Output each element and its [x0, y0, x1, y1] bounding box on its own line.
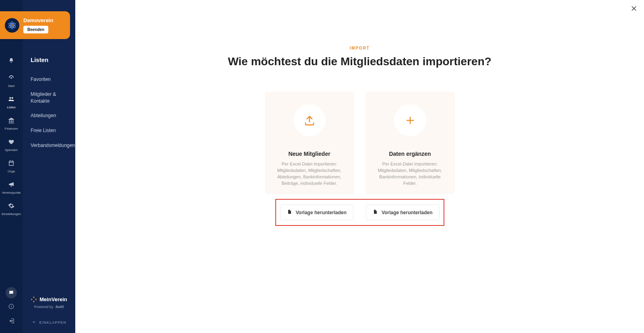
download-label: Vorlage herunterladen: [296, 210, 347, 215]
option-icon-circle: [394, 104, 426, 136]
chevrons-left-icon: [31, 320, 36, 325]
option-daten-ergaenzen[interactable]: Daten ergänzen Per Excel-Datei importier…: [365, 91, 455, 194]
sidebar-title: Listen: [23, 56, 75, 72]
logout-icon: [8, 318, 14, 326]
atom-icon: [8, 21, 17, 30]
brand-name: MeinVerein: [39, 296, 67, 302]
org-name: Demoverein: [23, 17, 53, 23]
option-icon-circle: [293, 104, 326, 136]
sidebar-link-freie-listen[interactable]: Freie Listen: [23, 123, 75, 138]
svg-rect-6: [11, 305, 11, 306]
option-desc: Per Excel-Datei importieren: Mitgliedsda…: [373, 161, 448, 187]
megaphone-icon: [8, 181, 14, 189]
close-button[interactable]: [630, 5, 638, 14]
file-icon: [287, 209, 292, 216]
svg-rect-5: [11, 306, 11, 308]
collapse-label: EINKLAPPEN: [39, 321, 66, 325]
import-headline: Wie möchtest du die Mitgliedsdaten impor…: [228, 55, 491, 68]
sidebar-link-favoriten[interactable]: Favoriten: [23, 72, 75, 87]
rail-item-orga[interactable]: Orga: [0, 155, 23, 176]
option-title: Neue Mitglieder: [288, 151, 330, 157]
rail-item-label: Einstellungen: [2, 212, 21, 216]
download-label: Vorlage herunterladen: [382, 210, 432, 215]
gear-icon: [8, 203, 14, 211]
close-icon: [630, 5, 638, 12]
org-avatar: [5, 18, 19, 33]
upload-icon: [303, 114, 316, 126]
rail-chat-button[interactable]: [0, 285, 23, 300]
option-desc: Per Excel-Datei importieren: Mitgliedsda…: [272, 161, 347, 187]
calendar-icon: [8, 160, 14, 168]
brand-row: MeinVerein: [31, 296, 67, 302]
primary-rail: Start Listen Finanzen Spenden Orga: [0, 0, 23, 333]
users-icon: [8, 96, 15, 104]
rail-item-label: Listen: [7, 105, 15, 109]
heart-hands-icon: [8, 139, 14, 147]
main-content: IMPORT Wie möchtest du die Mitgliedsdate…: [75, 0, 644, 333]
sidebar-link-mitglieder[interactable]: Mitglieder & Kontakte: [23, 87, 75, 109]
rail-item-vereinsportal[interactable]: Vereinsportal: [0, 176, 23, 198]
collapse-sidebar-button[interactable]: EINKLAPPEN: [31, 320, 66, 330]
rail-item-label: Start: [8, 84, 15, 88]
org-header-card: Demoverein Beenden: [0, 11, 70, 39]
bell-icon: [8, 58, 14, 65]
brand-logo-icon: [31, 296, 37, 302]
rail-item-finanzen[interactable]: Finanzen: [0, 112, 23, 134]
bank-icon: [8, 117, 14, 125]
secondary-sidebar: Listen Favoriten Mitglieder & Kontakte A…: [23, 0, 75, 333]
option-neue-mitglieder[interactable]: Neue Mitglieder Per Excel-Datei importie…: [265, 91, 354, 194]
import-overline: IMPORT: [350, 46, 370, 50]
rail-item-notifications[interactable]: [0, 53, 23, 70]
plus-icon: [405, 115, 416, 126]
powered-prefix: Powered by: [34, 305, 54, 309]
rail-item-spenden[interactable]: Spenden: [0, 134, 23, 155]
rail-item-listen[interactable]: Listen: [0, 91, 23, 112]
gauge-icon: [8, 74, 14, 83]
option-title: Daten ergänzen: [389, 151, 431, 157]
powered-by: Powered by :buhl: [34, 305, 64, 309]
rail-item-start[interactable]: Start: [0, 70, 23, 91]
rail-item-label: Spenden: [5, 148, 18, 152]
rail-item-label: Orga: [8, 170, 15, 173]
download-template-button-left[interactable]: Vorlage herunterladen: [280, 205, 353, 220]
svg-point-0: [11, 24, 13, 26]
downloads-highlight-box: Vorlage herunterladen Vorlage herunterla…: [275, 199, 444, 226]
rail-item-einstellungen[interactable]: Einstellungen: [0, 198, 23, 219]
org-exit-button[interactable]: Beenden: [23, 26, 48, 33]
rail-item-label: Vereinsportal: [2, 191, 21, 194]
file-icon: [373, 209, 378, 216]
rail-info-button[interactable]: [0, 300, 23, 314]
rail-item-label: Finanzen: [5, 127, 18, 130]
rail-logout-button[interactable]: [0, 314, 23, 329]
info-icon: [8, 304, 14, 311]
download-template-button-right[interactable]: Vorlage herunterladen: [366, 205, 439, 220]
chat-icon: [6, 287, 17, 298]
sidebar-link-abteilungen[interactable]: Abteilungen: [23, 108, 75, 123]
powered-brand: :buhl: [55, 305, 64, 309]
sidebar-link-verbandsmeldungen[interactable]: Verbandsmeldungen: [23, 138, 75, 153]
